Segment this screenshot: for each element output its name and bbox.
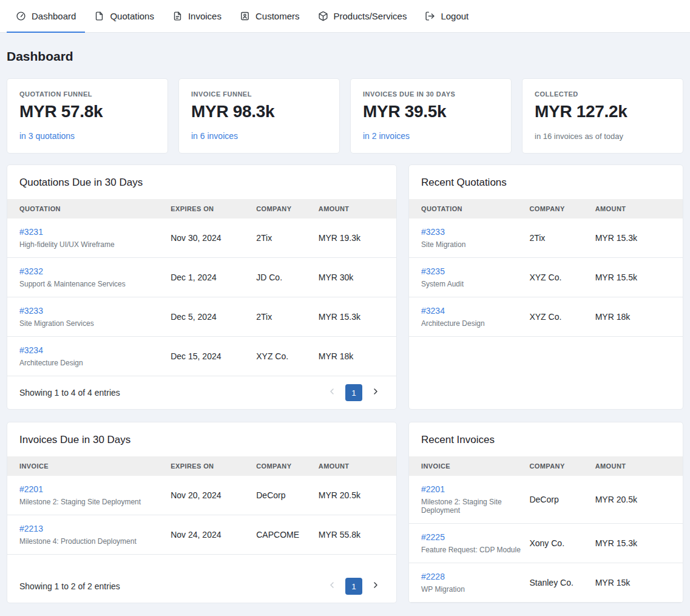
company-cell: DeCorp — [256, 476, 319, 515]
column-header-company: COMPANY — [256, 456, 319, 476]
stats-row: QUOTATION FUNNEL MYR 57.8k in 3 quotatio… — [7, 78, 683, 154]
quotation-link[interactable]: #3234 — [19, 345, 43, 355]
card-header: Recent Invoices — [409, 422, 683, 456]
amount-cell: MYR 20.5k — [595, 476, 683, 524]
pagination-next-button[interactable] — [367, 578, 384, 595]
amount-cell: MYR 15k — [595, 563, 683, 603]
recent-quotations-card: Recent Quotations QUOTATION COMPANY AMOU… — [408, 164, 683, 410]
expires-cell: Dec 15, 2024 — [171, 337, 256, 376]
pagination-next-button[interactable] — [367, 384, 384, 401]
invoice-link[interactable]: #2201 — [19, 484, 43, 494]
expires-cell: Dec 5, 2024 — [171, 297, 256, 337]
invoice-description: Milestone 2: Staging Site Deployment — [421, 498, 524, 515]
stat-sublink[interactable]: in 6 invoices — [191, 131, 238, 141]
company-cell: XYZ Co. — [529, 297, 595, 337]
quotation-file-icon — [94, 11, 104, 21]
invoices-due-card: Invoices Due in 30 Days INVOICE EXPIRES … — [7, 422, 397, 603]
chevron-left-icon — [327, 580, 337, 592]
card-header: Invoices Due in 30 Days — [7, 422, 396, 456]
amount-cell: MYR 15.3k — [319, 297, 396, 337]
company-cell: Stanley Co. — [529, 563, 595, 603]
table-row: #2213 Milestone 4: Production Deployment… — [7, 515, 396, 555]
column-header-invoice: INVOICE — [7, 456, 171, 476]
invoice-link[interactable]: #2225 — [421, 532, 445, 542]
pagination-prev-button[interactable] — [323, 578, 340, 595]
invoices-due-table: INVOICE EXPIRES ON COMPANY AMOUNT #2201 … — [7, 456, 396, 555]
invoice-file-icon — [172, 11, 183, 21]
pagination-prev-button[interactable] — [323, 384, 340, 401]
nav-item-dashboard[interactable]: Dashboard — [7, 0, 85, 32]
stat-label: QUOTATION FUNNEL — [19, 90, 155, 98]
stat-label: INVOICES DUE IN 30 DAYS — [363, 90, 499, 98]
invoice-link[interactable]: #2213 — [19, 524, 43, 533]
invoice-description: WP Migration — [421, 585, 524, 594]
pagination-page-1[interactable]: 1 — [345, 578, 362, 595]
nav-item-customers[interactable]: Customers — [231, 0, 309, 32]
column-header-company: COMPANY — [256, 199, 319, 218]
invoice-cell: #2201 Milestone 2: Staging Site Deployme… — [409, 476, 529, 524]
expires-cell: Nov 20, 2024 — [171, 476, 256, 515]
stat-sublink[interactable]: in 3 quotations — [19, 131, 75, 141]
recent-quotations-table: QUOTATION COMPANY AMOUNT #3233 Site Migr… — [409, 199, 683, 337]
table-header-row: INVOICE COMPANY AMOUNT — [409, 456, 683, 476]
card-title: Recent Quotations — [421, 177, 671, 189]
card-title: Invoices Due in 30 Days — [19, 434, 384, 446]
quotation-cell: #3234 Architecture Design — [409, 297, 529, 337]
expires-cell: Nov 30, 2024 — [171, 218, 256, 258]
stat-card-invoice-funnel: INVOICE FUNNEL MYR 98.3k in 6 invoices — [178, 78, 340, 154]
table-row: #3231 High-fidelity UI/UX Wireframe Nov … — [7, 218, 396, 258]
company-cell: XYZ Co. — [256, 337, 319, 376]
nav-item-invoices[interactable]: Invoices — [163, 0, 231, 32]
nav-item-quotations[interactable]: Quotations — [85, 0, 163, 32]
invoice-cell: #2213 Milestone 4: Production Deployment — [7, 515, 171, 555]
chevron-right-icon — [371, 387, 381, 399]
nav-item-label: Dashboard — [32, 11, 76, 21]
quotation-cell: #3234 Architecture Design — [7, 337, 171, 376]
invoice-description: Milestone 2: Staging Site Deployment — [19, 498, 166, 506]
amount-cell: MYR 15.3k — [595, 524, 683, 563]
table-header-row: QUOTATION COMPANY AMOUNT — [409, 199, 683, 218]
stat-value: MYR 127.2k — [535, 102, 671, 121]
expires-cell: Dec 1, 2024 — [171, 258, 256, 297]
quotation-link[interactable]: #3232 — [19, 266, 43, 276]
company-cell: DeCorp — [529, 476, 595, 524]
quotation-link[interactable]: #3234 — [421, 306, 445, 316]
products-box-icon — [318, 11, 328, 21]
amount-cell: MYR 19.3k — [319, 218, 396, 258]
quotation-link[interactable]: #3233 — [19, 306, 43, 316]
table-row: #2201 Milestone 2: Staging Site Deployme… — [7, 476, 396, 515]
pagination-page-1[interactable]: 1 — [345, 384, 362, 401]
main-content: Dashboard QUOTATION FUNNEL MYR 57.8k in … — [0, 33, 690, 616]
stat-sublink[interactable]: in 2 invoices — [363, 131, 410, 141]
stat-value: MYR 57.8k — [19, 102, 155, 121]
stat-subtext: in 16 invoices as of today — [535, 132, 623, 141]
nav-item-label: Quotations — [110, 11, 154, 21]
company-cell: 2Tix — [256, 218, 319, 258]
invoice-link[interactable]: #2228 — [421, 572, 445, 581]
tables-row-invoices: Invoices Due in 30 Days INVOICE EXPIRES … — [7, 422, 683, 603]
invoice-cell: #2201 Milestone 2: Staging Site Deployme… — [7, 476, 171, 515]
quotation-cell: #3232 Support & Maintenance Services — [7, 258, 171, 297]
quotation-cell: #3233 Site Migration — [409, 218, 529, 258]
page-title: Dashboard — [7, 49, 683, 64]
quotation-description: High-fidelity UI/UX Wireframe — [19, 240, 166, 249]
company-cell: CAPCOME — [256, 515, 319, 555]
nav-item-label: Logout — [441, 11, 468, 21]
quotation-description: Site Migration — [421, 240, 524, 249]
invoice-link[interactable]: #2201 — [421, 484, 445, 494]
quotation-link[interactable]: #3235 — [421, 266, 445, 276]
pagination: 1 — [323, 384, 384, 401]
nav-item-products-services[interactable]: Products/Services — [309, 0, 416, 32]
entries-summary: Showing 1 to 2 of 2 entries — [19, 581, 120, 591]
amount-cell: MYR 18k — [595, 297, 683, 337]
column-header-expires-on: EXPIRES ON — [171, 199, 256, 218]
quotation-link[interactable]: #3233 — [421, 227, 445, 237]
quotation-description: System Audit — [421, 280, 524, 288]
column-header-quotation: QUOTATION — [409, 199, 529, 218]
quotation-link[interactable]: #3231 — [19, 227, 43, 237]
company-cell: 2Tix — [256, 297, 319, 337]
table-row: #2225 Feature Request: CDP Module Xony C… — [409, 524, 683, 563]
table-header-row: INVOICE EXPIRES ON COMPANY AMOUNT — [7, 456, 396, 476]
recent-invoices-card: Recent Invoices INVOICE COMPANY AMOUNT #… — [408, 422, 683, 603]
nav-item-logout[interactable]: Logout — [416, 0, 478, 32]
